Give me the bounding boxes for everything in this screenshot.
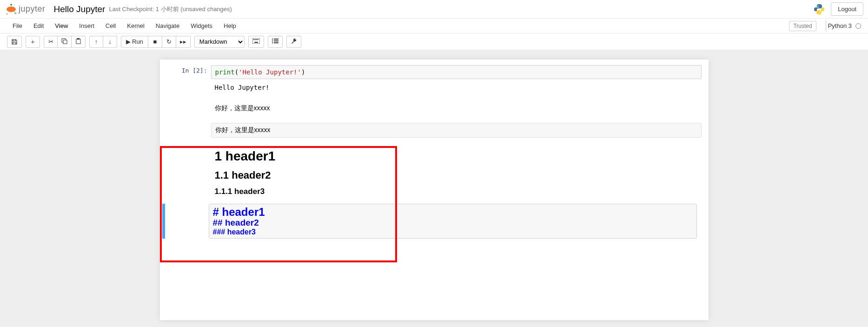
copy-icon	[61, 38, 67, 46]
svg-point-2	[14, 12, 17, 14]
cut-button[interactable]: ✂	[44, 36, 58, 48]
notebook-container: In [2]: print('Hello Jupyter!') Hello Ju…	[0, 50, 868, 327]
svg-rect-19	[272, 42, 273, 43]
markdown-cell-editing[interactable]: 你好，这里是xxxxx	[160, 122, 709, 139]
toolbar: ＋ ✂ ↑ ↓ ▶Run ■ ↻ ▸▸ Markdown	[0, 33, 868, 50]
menu-help[interactable]: Help	[218, 20, 242, 32]
markdown-cell-rendered[interactable]: 你好，这里是xxxxx	[160, 100, 709, 116]
svg-rect-11	[255, 39, 256, 40]
copy-button[interactable]	[58, 36, 72, 48]
restart-run-all-button[interactable]: ▸▸	[176, 36, 191, 48]
svg-rect-9	[252, 38, 260, 44]
header-bar: jupyter Hello Jupyter Last Checkpoint: 1…	[0, 0, 868, 19]
save-button[interactable]	[7, 36, 22, 48]
restart-icon: ↻	[166, 38, 172, 45]
svg-point-3	[817, 5, 818, 6]
svg-point-1	[7, 13, 8, 14]
cut-icon: ✂	[48, 38, 53, 45]
svg-rect-18	[274, 40, 278, 41]
markdown-source-editor[interactable]: # header1 ## header2 ### header3	[209, 204, 697, 239]
restart-button[interactable]: ↻	[162, 36, 176, 48]
menu-file[interactable]: File	[7, 20, 28, 32]
menu-edit[interactable]: Edit	[28, 20, 49, 32]
run-label: Run	[132, 38, 143, 45]
menu-navigate[interactable]: Navigate	[150, 20, 185, 32]
svg-rect-20	[274, 42, 278, 43]
source-h3: ### header3	[213, 228, 693, 236]
menu-view[interactable]: View	[49, 20, 73, 32]
trusted-badge[interactable]: Trusted	[789, 21, 816, 31]
stop-icon: ■	[153, 38, 157, 45]
toc-button[interactable]	[268, 36, 283, 48]
rendered-h3: 1.1.1 header3	[215, 187, 702, 196]
svg-point-4	[820, 13, 821, 13]
jupyter-logo-icon	[5, 3, 18, 16]
wrench-icon	[291, 38, 297, 46]
svg-rect-13	[258, 39, 258, 40]
variable-inspector-button[interactable]	[286, 36, 301, 48]
code-input-area[interactable]: print('Hello Jupyter!')	[211, 65, 702, 79]
source-h2: ## header2	[213, 218, 693, 228]
logout-button[interactable]: Logout	[831, 2, 863, 16]
run-icon: ▶	[126, 38, 131, 45]
kernel-idle-icon	[855, 23, 861, 29]
menu-widgets[interactable]: Widgets	[185, 20, 218, 32]
svg-rect-16	[274, 39, 278, 40]
svg-rect-15	[272, 39, 273, 40]
checkpoint-status: Last Checkpoint: 1 小时前 (unsaved changes)	[109, 5, 232, 13]
insert-cell-button[interactable]: ＋	[26, 36, 40, 48]
output-text: Hello Jupyter!	[211, 81, 702, 94]
cell-type-select[interactable]: Markdown	[194, 36, 245, 48]
notebook: In [2]: print('Hello Jupyter!') Hello Ju…	[160, 60, 709, 320]
kernel-name[interactable]: Python 3	[826, 20, 854, 32]
svg-rect-7	[76, 39, 80, 44]
menu-insert[interactable]: Insert	[73, 20, 100, 32]
input-prompt: In [2]:	[182, 67, 207, 74]
move-up-button[interactable]: ↑	[89, 36, 103, 48]
plus-icon: ＋	[30, 38, 36, 46]
svg-rect-12	[256, 39, 257, 40]
keyboard-icon	[252, 38, 260, 45]
move-down-button[interactable]: ↓	[103, 36, 117, 48]
svg-rect-10	[253, 39, 254, 40]
source-h1: # header1	[213, 206, 693, 218]
notebook-name[interactable]: Hello Jupyter	[54, 4, 106, 14]
svg-point-0	[10, 4, 12, 6]
markdown-cell-source-selected[interactable]: # header1 ## header2 ### header3	[160, 204, 709, 239]
markdown-edit-text[interactable]: 你好，这里是xxxxx	[211, 123, 702, 138]
markdown-headers-rendered[interactable]: 1 header1 1.1 header2 1.1.1 header3	[160, 142, 709, 201]
menu-cell[interactable]: Cell	[100, 20, 121, 32]
arrow-up-icon: ↑	[95, 38, 98, 45]
svg-rect-6	[63, 40, 67, 44]
svg-rect-8	[77, 38, 80, 40]
code-cell[interactable]: In [2]: print('Hello Jupyter!')	[160, 64, 709, 80]
command-palette-button[interactable]	[248, 36, 264, 48]
markdown-rendered-text: 你好，这里是xxxxx	[211, 101, 702, 115]
paste-button[interactable]	[72, 36, 86, 48]
rendered-h1: 1 header1	[215, 149, 702, 164]
arrow-down-icon: ↓	[108, 38, 112, 45]
paste-icon	[75, 38, 81, 46]
svg-rect-14	[254, 42, 258, 43]
fast-forward-icon: ▸▸	[180, 38, 186, 45]
output-cell: Hello Jupyter!	[160, 80, 709, 95]
python-logo-icon	[813, 3, 825, 15]
menu-bar: File Edit View Insert Cell Kernel Naviga…	[0, 19, 868, 33]
list-icon	[272, 38, 278, 45]
interrupt-button[interactable]: ■	[148, 36, 162, 48]
run-button[interactable]: ▶Run	[121, 36, 148, 48]
menu-kernel[interactable]: Kernel	[121, 20, 150, 32]
jupyter-logo-text: jupyter	[19, 4, 46, 14]
svg-rect-17	[272, 40, 273, 41]
rendered-h2: 1.1 header2	[215, 169, 702, 181]
